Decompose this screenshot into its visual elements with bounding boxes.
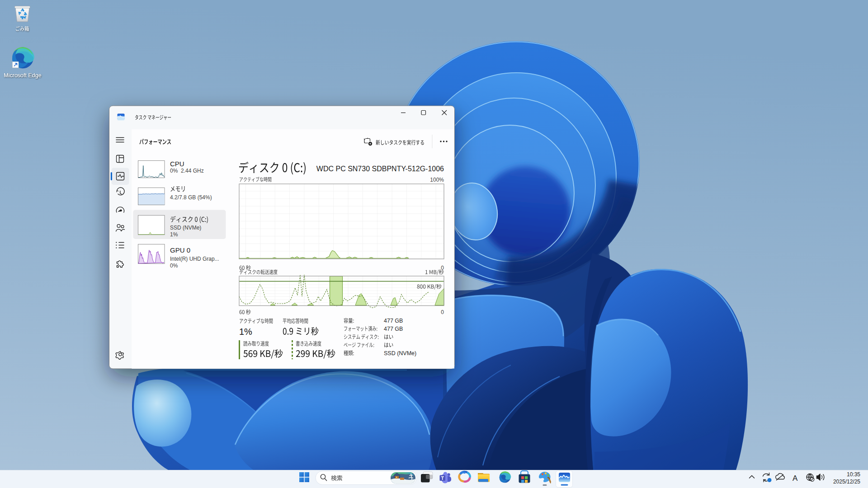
svg-text:0%: 0% bbox=[170, 263, 178, 269]
svg-text:SSD (NVMe): SSD (NVMe) bbox=[170, 225, 201, 231]
svg-text:100%: 100% bbox=[430, 177, 444, 183]
svg-text:1%: 1% bbox=[239, 327, 252, 337]
svg-text:2025/12/25: 2025/12/25 bbox=[833, 479, 860, 485]
svg-text:477 GB: 477 GB bbox=[384, 326, 403, 332]
svg-text:0: 0 bbox=[441, 309, 444, 315]
svg-text:0: 0 bbox=[441, 265, 444, 271]
svg-text:A: A bbox=[793, 474, 798, 483]
svg-text:477 GB: 477 GB bbox=[384, 318, 403, 324]
svg-text:0% 2.44 GHz: 0% 2.44 GHz bbox=[170, 168, 204, 174]
svg-text:GPU 0: GPU 0 bbox=[170, 246, 190, 254]
svg-text:4.2/7.8 GB (54%): 4.2/7.8 GB (54%) bbox=[170, 194, 212, 201]
svg-text:10:35: 10:35 bbox=[847, 471, 860, 478]
svg-text:1%: 1% bbox=[170, 231, 178, 238]
svg-text:CPU: CPU bbox=[170, 160, 184, 168]
svg-text:SSD (NVMe): SSD (NVMe) bbox=[384, 350, 416, 357]
svg-text:Intel(R) UHD Grap...: Intel(R) UHD Grap... bbox=[170, 256, 219, 262]
svg-text:Microsoft Edge: Microsoft Edge bbox=[4, 72, 41, 79]
svg-text:WDC PC SN730 SDBPNTY-512G-1006: WDC PC SN730 SDBPNTY-512G-1006 bbox=[316, 165, 444, 173]
